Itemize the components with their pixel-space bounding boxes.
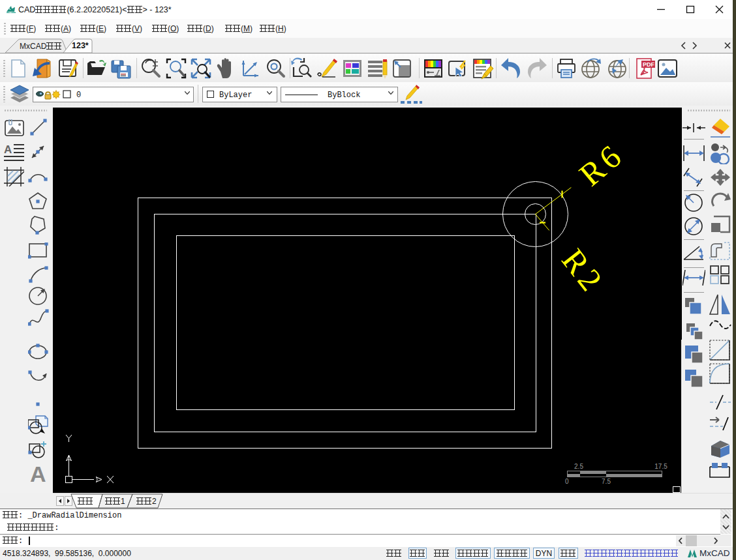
svg-text:R6: R6 (572, 136, 631, 193)
svg-text:R2: R2 (555, 242, 611, 301)
svg-text:0: 0 (565, 478, 569, 485)
svg-text:7.5: 7.5 (602, 478, 611, 485)
svg-text:A: A (4, 143, 12, 156)
svg-text:2.5: 2.5 (574, 463, 583, 470)
svg-text:17.5: 17.5 (654, 463, 667, 470)
